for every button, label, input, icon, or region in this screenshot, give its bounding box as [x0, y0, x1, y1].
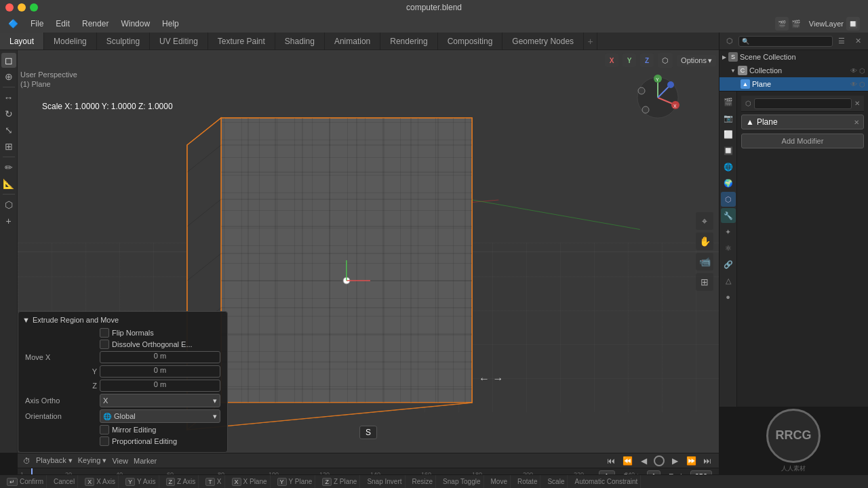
tab-animation[interactable]: Animation — [325, 33, 380, 49]
jump-end-button[interactable]: ⏭ — [701, 455, 713, 467]
stop-button[interactable] — [654, 455, 665, 466]
prop-world[interactable]: 🌍 — [721, 176, 736, 190]
collection-item[interactable]: ▼ C Collection 👁 ⬡ — [719, 64, 868, 77]
tl-marker-menu[interactable]: Marker — [134, 457, 157, 465]
viewport-options-btn[interactable]: Options ▾ — [677, 55, 716, 66]
menu-file[interactable]: File — [25, 18, 49, 30]
prop-search[interactable] — [754, 98, 852, 109]
x-axis-toggle[interactable]: X — [605, 54, 618, 67]
xplane-key[interactable]: X — [232, 478, 241, 486]
menu-help[interactable]: Help — [157, 18, 184, 30]
yplane-key[interactable]: Y — [277, 478, 287, 486]
select-tool[interactable]: ◻ — [1, 53, 16, 68]
tab-geometry-nodes[interactable]: Geometry Nodes — [502, 33, 584, 49]
op-panel-header[interactable]: ▼ Extrude Region and Move — [22, 316, 223, 324]
prop-object[interactable]: ⬡ — [721, 192, 736, 207]
view-layer-icon[interactable]: 🔲 — [846, 17, 860, 30]
orientation-select[interactable]: 🌐 Global ▾ — [100, 409, 220, 423]
object-name-field[interactable]: ▲ Plane ✕ — [741, 115, 864, 129]
prop-constraints[interactable]: 🔗 — [721, 257, 736, 272]
plane-render-vis[interactable]: ⬡ — [859, 81, 865, 88]
tab-shading[interactable]: Shading — [275, 33, 325, 49]
move-y-input[interactable]: 0 m — [100, 365, 220, 378]
cursor-tool[interactable]: ⊕ — [1, 69, 16, 84]
hand-tool[interactable]: ✋ — [696, 232, 713, 250]
confirm-key[interactable]: ↵ — [7, 478, 18, 486]
tab-texture-paint[interactable]: Texture Paint — [208, 33, 275, 49]
navigation-gizmo[interactable]: Y X — [631, 70, 685, 125]
add-modifier-button[interactable]: Add Modifier — [741, 134, 864, 148]
prop-render[interactable]: 📷 — [721, 110, 736, 125]
scene-collection-item[interactable]: ▶ S Scene Collection — [719, 50, 868, 64]
window-controls[interactable] — [5, 3, 38, 12]
viewport[interactable]: Scale X: 1.0000 Y: 1.0000 Z: 1.0000 User… — [18, 50, 719, 453]
tab-rendering[interactable]: Rendering — [380, 33, 437, 49]
tl-editor-icon[interactable]: ⏱ — [23, 457, 31, 465]
grid-view[interactable]: ⊞ — [696, 273, 713, 291]
move-x-input[interactable]: 0 m — [100, 351, 220, 363]
maximize-button[interactable] — [30, 3, 38, 12]
tl-keying-menu[interactable]: Keying ▾ — [78, 456, 107, 465]
next-keyframe-button[interactable]: ⏩ — [685, 455, 697, 467]
prop-data[interactable]: △ — [721, 273, 736, 288]
prop-modifier[interactable]: 🔧 — [721, 208, 736, 223]
minimize-button[interactable] — [18, 3, 26, 12]
prop-view-layer[interactable]: 🔲 — [721, 143, 736, 158]
move-z-input[interactable]: 0 m — [100, 380, 220, 392]
scale-tool[interactable]: ⤡ — [1, 123, 16, 138]
viewport-overlay-btn[interactable]: ⬡ — [658, 53, 673, 68]
move-tool[interactable]: ↔ — [1, 90, 16, 105]
rp-close[interactable]: ✕ — [850, 34, 865, 49]
add-workspace-button[interactable]: + — [584, 33, 597, 49]
y-key[interactable]: Y — [125, 478, 135, 486]
prev-keyframe-button[interactable]: ⏪ — [621, 455, 633, 467]
menu-window[interactable]: Window — [115, 18, 155, 30]
tl-playback-menu[interactable]: Playback ▾ — [36, 456, 73, 465]
zplane-key[interactable]: Z — [322, 478, 332, 486]
menu-blender[interactable]: 🔷 — [3, 18, 24, 30]
prop-scene2[interactable]: 🌐 — [721, 159, 736, 174]
plane-visibility-eye[interactable]: 👁 — [850, 81, 857, 88]
x-key[interactable]: X — [85, 478, 94, 486]
flip-normals-checkbox[interactable] — [100, 328, 109, 338]
transform-tool[interactable]: ⊞ — [1, 139, 16, 154]
dissolve-checkbox[interactable] — [100, 340, 109, 349]
t-key[interactable]: T — [205, 478, 215, 486]
z-key[interactable]: Z — [166, 478, 176, 486]
tab-sculpting[interactable]: Sculpting — [97, 33, 150, 49]
tab-modeling[interactable]: Modeling — [44, 33, 97, 49]
outliner-search[interactable]: 🔍 — [738, 36, 833, 47]
rp-editor-type[interactable]: ⬡ — [722, 34, 737, 49]
rp-filter[interactable]: ☰ — [834, 34, 849, 49]
menu-render[interactable]: Render — [77, 18, 114, 30]
object-name-close[interactable]: ✕ — [854, 119, 859, 126]
visibility-eye[interactable]: 👁 — [850, 67, 857, 75]
y-axis-toggle[interactable]: Y — [623, 54, 636, 67]
close-button[interactable] — [5, 3, 14, 12]
mirror-editing-checkbox[interactable] — [100, 425, 109, 434]
jump-start-button[interactable]: ⏮ — [605, 455, 617, 467]
tab-compositing[interactable]: Compositing — [438, 33, 503, 49]
rotate-tool[interactable]: ↻ — [1, 106, 16, 121]
menu-edit[interactable]: Edit — [50, 18, 75, 30]
annotate-tool[interactable]: ✏ — [1, 160, 16, 175]
prop-close[interactable]: ✕ — [854, 100, 860, 107]
axis-ortho-select[interactable]: X ▾ — [100, 394, 220, 407]
prop-physics[interactable]: ⚛ — [721, 241, 736, 256]
camera-view[interactable]: 📹 — [696, 253, 713, 270]
zoom-to-fit[interactable]: ⌖ — [696, 212, 713, 230]
tab-uv-editing[interactable]: UV Editing — [150, 33, 208, 49]
scene-selector[interactable]: 🎬 — [775, 17, 789, 30]
plane-item[interactable]: ▲ Plane 👁 ⬡ — [719, 77, 868, 91]
tl-view-menu[interactable]: View — [112, 457, 128, 465]
add-tool[interactable]: + — [1, 214, 16, 228]
z-axis-toggle[interactable]: Z — [640, 54, 654, 67]
prop-output[interactable]: ⬜ — [721, 127, 736, 142]
play-reverse-button[interactable]: ◀ — [637, 455, 650, 467]
prop-material[interactable]: ● — [721, 289, 736, 304]
prop-particles[interactable]: ✦ — [721, 224, 736, 239]
prop-scene[interactable]: 🎬 — [721, 94, 736, 109]
viewport-visibility[interactable]: ⬡ — [859, 67, 865, 75]
tab-layout[interactable]: Layout — [0, 33, 44, 49]
prop-editing-checkbox[interactable] — [100, 436, 109, 446]
